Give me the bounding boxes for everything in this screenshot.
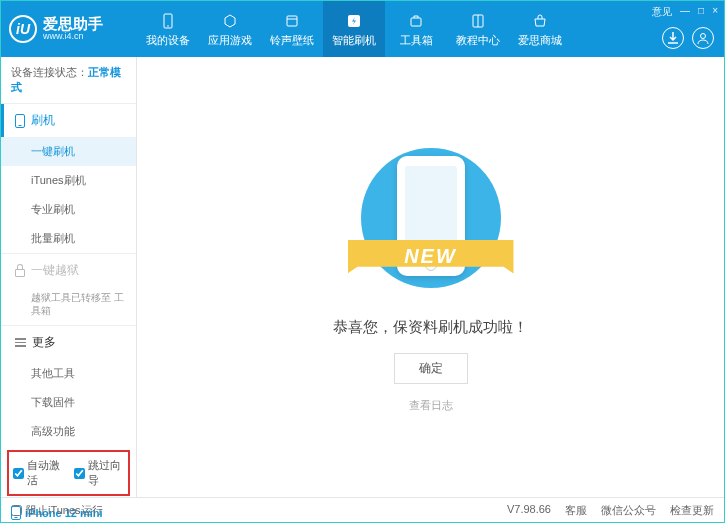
sidebar-section-flash[interactable]: 刷机 bbox=[1, 104, 136, 137]
skip-guide-checkbox[interactable]: 跳过向导 bbox=[74, 458, 125, 488]
app-header: iU 爱思助手 www.i4.cn 我的设备应用游戏铃声壁纸智能刷机工具箱教程中… bbox=[1, 1, 724, 57]
sidebar-section-jailbreak[interactable]: 一键越狱 bbox=[1, 254, 136, 287]
nav-ring[interactable]: 铃声壁纸 bbox=[261, 1, 323, 57]
main-content: NEW 恭喜您，保资料刷机成功啦！ 确定 查看日志 bbox=[137, 57, 724, 497]
confirm-button[interactable]: 确定 bbox=[394, 353, 468, 384]
auto-activate-checkbox[interactable]: 自动激活 bbox=[13, 458, 64, 488]
shop-icon bbox=[530, 11, 550, 31]
brand-url: www.i4.cn bbox=[43, 32, 103, 42]
sidebar-item-flash-0[interactable]: 一键刷机 bbox=[1, 137, 136, 166]
service-link[interactable]: 客服 bbox=[565, 503, 587, 518]
menu-icon bbox=[15, 338, 26, 347]
options-box: 自动激活 跳过向导 bbox=[7, 450, 130, 496]
nav-tools[interactable]: 工具箱 bbox=[385, 1, 447, 57]
book-icon bbox=[468, 11, 488, 31]
lock-icon bbox=[15, 269, 25, 277]
svg-rect-2 bbox=[287, 16, 297, 26]
connection-status: 设备连接状态：正常模式 bbox=[1, 57, 136, 103]
nav-phone[interactable]: 我的设备 bbox=[137, 1, 199, 57]
window-controls: 意见 — □ × bbox=[652, 5, 718, 19]
feedback-button[interactable]: 意见 bbox=[652, 5, 672, 19]
apps-icon bbox=[220, 11, 240, 31]
sidebar-section-more[interactable]: 更多 bbox=[1, 326, 136, 359]
user-button[interactable] bbox=[692, 27, 714, 49]
block-itunes-checkbox[interactable]: 阻止iTunes运行 bbox=[11, 503, 103, 518]
sidebar-item-flash-1[interactable]: iTunes刷机 bbox=[1, 166, 136, 195]
sidebar-item-more-2[interactable]: 高级功能 bbox=[1, 417, 136, 446]
phone-icon bbox=[158, 11, 178, 31]
success-message: 恭喜您，保资料刷机成功啦！ bbox=[333, 318, 528, 337]
nav-apps[interactable]: 应用游戏 bbox=[199, 1, 261, 57]
svg-point-1 bbox=[167, 25, 169, 27]
jailbreak-note: 越狱工具已转移至 工具箱 bbox=[1, 287, 136, 325]
view-log-link[interactable]: 查看日志 bbox=[409, 398, 453, 413]
flash-icon bbox=[344, 11, 364, 31]
version-label: V7.98.66 bbox=[507, 503, 551, 518]
svg-rect-4 bbox=[411, 18, 421, 26]
success-illustration: NEW bbox=[356, 142, 506, 302]
nav-flash[interactable]: 智能刷机 bbox=[323, 1, 385, 57]
phone-icon bbox=[11, 506, 21, 520]
sidebar-item-more-1[interactable]: 下载固件 bbox=[1, 388, 136, 417]
wechat-link[interactable]: 微信公众号 bbox=[601, 503, 656, 518]
ring-icon bbox=[282, 11, 302, 31]
svg-point-6 bbox=[701, 34, 706, 39]
minimize-button[interactable]: — bbox=[680, 5, 690, 19]
sidebar-item-flash-2[interactable]: 专业刷机 bbox=[1, 195, 136, 224]
maximize-button[interactable]: □ bbox=[698, 5, 704, 19]
sidebar-item-flash-3[interactable]: 批量刷机 bbox=[1, 224, 136, 253]
check-update-link[interactable]: 检查更新 bbox=[670, 503, 714, 518]
nav-shop[interactable]: 爱思商城 bbox=[509, 1, 571, 57]
main-nav: 我的设备应用游戏铃声壁纸智能刷机工具箱教程中心爱思商城 bbox=[137, 1, 571, 57]
tools-icon bbox=[406, 11, 426, 31]
sidebar: 设备连接状态：正常模式 刷机 一键刷机iTunes刷机专业刷机批量刷机 一键越狱… bbox=[1, 57, 137, 497]
logo-area: iU 爱思助手 www.i4.cn bbox=[9, 15, 137, 43]
download-button[interactable] bbox=[662, 27, 684, 49]
logo-icon: iU bbox=[9, 15, 37, 43]
phone-icon bbox=[15, 114, 25, 128]
nav-book[interactable]: 教程中心 bbox=[447, 1, 509, 57]
sidebar-item-more-0[interactable]: 其他工具 bbox=[1, 359, 136, 388]
close-button[interactable]: × bbox=[712, 5, 718, 19]
brand-name: 爱思助手 bbox=[43, 16, 103, 33]
